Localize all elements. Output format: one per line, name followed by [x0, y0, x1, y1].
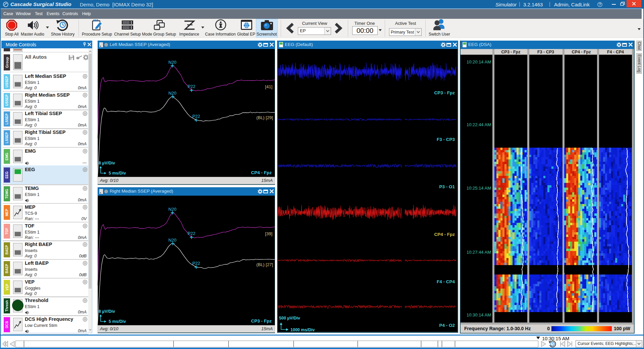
svg-text:P22: P22 [192, 261, 200, 266]
svg-text:(BL) [27]: (BL) [27] [256, 262, 273, 267]
svg-text:8 µV/Div: 8 µV/Div [99, 309, 115, 314]
svg-text:F4 - CP4: F4 - CP4 [437, 279, 455, 284]
svg-text:CP3 - Fpz: CP3 - Fpz [434, 90, 455, 95]
svg-text:8 µV/Div: 8 µV/Div [99, 161, 115, 165]
svg-text:500 µV/Div: 500 µV/Div [279, 316, 300, 320]
svg-text:5 ms/Div: 5 ms/Div [109, 171, 126, 176]
svg-text:CP4 - Fpz: CP4 - Fpz [251, 170, 272, 175]
svg-text:F3 - CP3: F3 - CP3 [437, 137, 455, 142]
svg-text:1000 ms/Div: 1000 ms/Div [290, 328, 315, 332]
svg-text:?: ? [599, 3, 601, 6]
svg-text:N20: N20 [168, 60, 176, 65]
svg-text:P4 - O2: P4 - O2 [439, 323, 455, 328]
svg-text:P3 - O1: P3 - O1 [439, 184, 455, 189]
svg-text:[39]: [39] [265, 231, 272, 236]
svg-text:(BL) [29]: (BL) [29] [256, 115, 273, 120]
svg-text:P22: P22 [187, 231, 195, 236]
svg-text:N20: N20 [168, 91, 176, 96]
svg-text:P22: P22 [192, 114, 200, 119]
svg-text:CP3 - Fpz: CP3 - Fpz [251, 318, 272, 323]
svg-text:[41]: [41] [265, 84, 272, 89]
svg-text:5 ms/Div: 5 ms/Div [109, 319, 126, 324]
svg-text:P22: P22 [187, 84, 195, 89]
svg-text:N20: N20 [168, 238, 176, 243]
svg-text:N20: N20 [168, 207, 176, 212]
svg-text:CP4 - Fpz: CP4 - Fpz [434, 232, 455, 237]
